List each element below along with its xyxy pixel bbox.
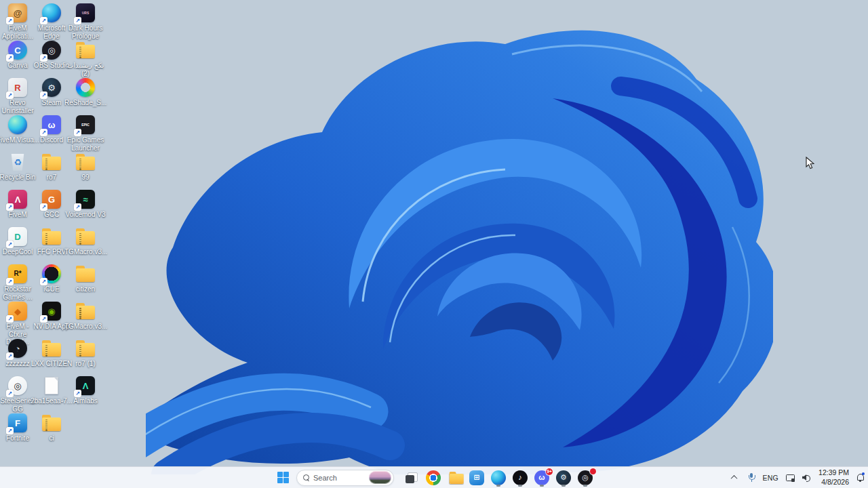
taskbar-app-chrome[interactable] (423, 468, 443, 487)
desktop-icon-fivem-visual[interactable]: FiveM.Visua... (1, 115, 35, 144)
desktop-icon-fortnite[interactable]: F↗Fortnite (1, 413, 35, 443)
start-button[interactable] (273, 468, 293, 487)
running-indicator (518, 485, 522, 487)
taskbar-app-file-explorer[interactable] (445, 468, 465, 487)
fivem-application-glyph: @ (14, 9, 22, 18)
desktop-icon-deepcool[interactable]: D↗DeepCool (1, 226, 35, 256)
fivem-glyph: Λ (15, 195, 21, 204)
epic-games-launcher-glyph: EPIC (81, 123, 90, 127)
desktop-icon-label: Dark Hours Prologue (64, 24, 106, 40)
taskbar-app-tiktok[interactable]: ♪ (510, 468, 530, 487)
network-icon[interactable] (786, 474, 795, 482)
desktop-icon-folder-ro7[interactable]: ro7 (35, 152, 68, 182)
desktop-icon-steelseries-gg[interactable]: ◎↗SteelSeries GG (1, 375, 35, 413)
desktop-icon-folder-bakaj-rasheedat[interactable]: بكج ريشيدات (2) (68, 40, 102, 77)
running-indicator (496, 485, 500, 487)
desktop-icon-recycle-bin[interactable]: ♻Recycle Bin (1, 152, 35, 182)
shortcut-arrow-icon: ↗ (40, 17, 47, 24)
desktop-icon-reshade[interactable]: ReShade_S... (68, 77, 102, 107)
shortcut-arrow-icon: ↗ (40, 203, 47, 211)
fivem-visual-icon (8, 115, 27, 134)
taskbar-app-edge[interactable] (488, 468, 509, 487)
folder-citizen-icon (75, 266, 96, 282)
notifications-bell-icon[interactable] (856, 473, 864, 482)
desktop-icon-obs-studio[interactable]: ◎↗OBS Studio (35, 40, 68, 70)
volume-icon[interactable] (802, 474, 811, 482)
desktop-icon-fivem[interactable]: Λ↗FiveM (1, 189, 35, 219)
system-tray: ENG 12:39 PM 4/8/2026 (727, 467, 864, 488)
taskbar: Search ⊞♪ω9+⚙◎ ENG 12:39 PM 4/8/2026 (0, 466, 868, 488)
hidden-icons-button[interactable] (727, 468, 741, 487)
language-indicator[interactable]: ENG (762, 474, 778, 482)
taskbar-app-task-view[interactable] (401, 468, 422, 487)
desktop-icon-label: بكج ريشيدات (2) (64, 62, 106, 77)
folder-ffc-prv-icon (41, 228, 62, 245)
desktop-icon-fivem-application[interactable]: @↗FiveM Applicati... (1, 3, 35, 40)
discord-glyph: ω (538, 474, 545, 481)
desktop-icon-gcc[interactable]: G↗GCC (35, 189, 68, 219)
fivem-cfx-developer-glyph: ◆ (14, 307, 21, 316)
desktop-icon-zzzzzzz[interactable]: ◔↗zzzzzzz (1, 338, 35, 368)
steelseries-gg-glyph: ◎ (14, 382, 21, 390)
notification-badge: 9+ (546, 468, 553, 475)
wallpaper-bloom (146, 24, 773, 474)
desktop-icon-dark-hours-prologue[interactable]: URS↗Dark Hours Prologue (68, 3, 102, 40)
microsoft-store-glyph: ⊞ (473, 474, 479, 481)
mouse-cursor (806, 157, 814, 169)
shortcut-arrow-icon: ↗ (6, 427, 14, 434)
desktop-icon-aimlabs[interactable]: Λ↗Aimlabs (68, 375, 102, 405)
desktop-icon-voicemod-v3[interactable]: ≈↗Voicemod V3 (68, 189, 102, 219)
desktop-icon-folder-citizen[interactable]: citizen (68, 264, 102, 293)
taskbar-app-obs-studio[interactable]: ◎ (575, 468, 595, 487)
shortcut-arrow-icon: ↗ (6, 315, 14, 323)
desktop-icon-steam[interactable]: ⚙↗Steam (35, 77, 68, 107)
shortcut-arrow-icon: ↗ (40, 129, 47, 136)
canva-glyph: C (14, 46, 20, 55)
taskbar-app-microsoft-store[interactable]: ⊞ (467, 468, 487, 487)
folder-99-icon (75, 154, 96, 170)
desktop-icon-revo-uninstaller[interactable]: R↗Revo Uninstaller (1, 77, 35, 115)
shortcut-arrow-icon: ↗ (6, 241, 14, 248)
revo-uninstaller-glyph: R (14, 83, 20, 92)
desktop-icon-icue[interactable]: ↗iCUE (35, 264, 68, 293)
chevron-up-icon (730, 475, 737, 482)
search-highlight-image[interactable] (369, 471, 391, 484)
shortcut-arrow-icon: ↗ (40, 92, 47, 99)
desktop-icon-folder-tgmacro-v3[interactable]: TGMacro.v3... (68, 226, 102, 256)
desktop-icon-folder-lxx-citizen[interactable]: LXX CITIZEN (35, 338, 68, 368)
task-view-icon (406, 472, 418, 483)
desktop-icon-folder-ro7-1[interactable]: ro7 (1) (68, 338, 102, 368)
shortcut-arrow-icon: ↗ (6, 17, 14, 24)
taskbar-app-discord[interactable]: ω9+ (532, 468, 552, 487)
steam-icon: ⚙ (556, 470, 571, 485)
microphone-icon[interactable] (748, 473, 755, 482)
desktop-icon-label: ro7 (1) (64, 360, 106, 368)
desktop-icon-canva[interactable]: C↗Canva (1, 40, 35, 70)
chrome-icon (426, 470, 441, 485)
desktop-icon-folder-ffc-prv[interactable]: FFC PRV (35, 226, 68, 256)
file-explorer-icon (449, 472, 461, 484)
folder-ro7-icon (41, 154, 62, 170)
taskbar-app-steam[interactable]: ⚙ (553, 468, 574, 487)
desktop-icon-nvidia-app[interactable]: ◉↗NVIDIA App (35, 301, 68, 331)
rockstar-games-glyph: R* (14, 270, 21, 277)
desktop-icon-epic-games-launcher[interactable]: EPIC↗Epic Games Launcher (68, 115, 102, 152)
microsoft-store-icon: ⊞ (469, 470, 484, 485)
search-input[interactable]: Search (296, 470, 394, 486)
desktop-icon-doc-2ba15eaa[interactable]: 2ba15eaa-7... (35, 375, 68, 405)
desktop-icon-microsoft-edge[interactable]: ↗Microsoft Edge (35, 3, 68, 40)
obs-studio-glyph: ◎ (47, 46, 55, 55)
tiktok-glyph: ♪ (518, 474, 522, 481)
shortcut-arrow-icon: ↗ (6, 278, 14, 285)
desktop-icon-folder-tgmacro-v3-2[interactable]: TGMacro.v3... (68, 301, 102, 331)
obs-studio-glyph: ◎ (582, 474, 589, 481)
desktop-icon-folder-99[interactable]: 99 (68, 152, 102, 182)
clock[interactable]: 12:39 PM 4/8/2026 (818, 468, 849, 486)
folder-tgmacro-v3-2-icon (75, 303, 96, 319)
nvidia-app-glyph: ◉ (47, 307, 55, 316)
desktop-icon-discord[interactable]: ω↗Discord (35, 115, 68, 144)
desktop-icon-folder-ci[interactable]: ci (35, 413, 68, 443)
folder-ci-icon (41, 415, 62, 431)
windows-logo-icon (277, 472, 289, 483)
desktop-icon-rockstar-games[interactable]: R*↗Rockstar Games ... (1, 264, 35, 301)
